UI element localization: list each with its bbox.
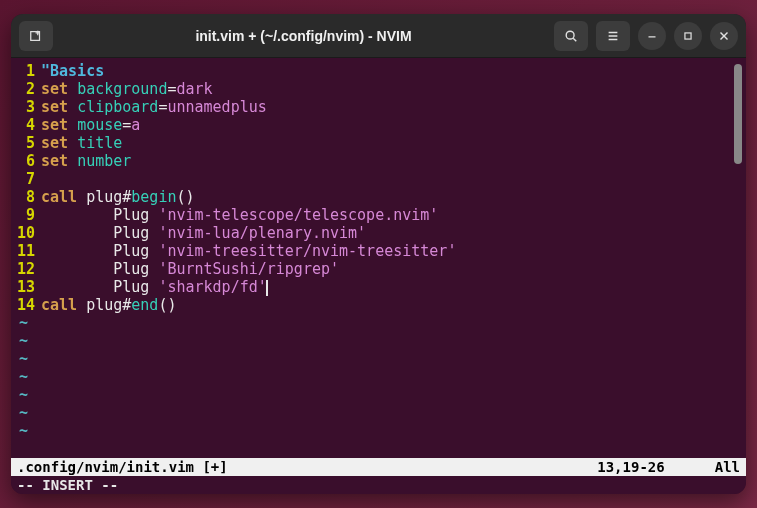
empty-line-tilde: ~ xyxy=(11,404,746,422)
window-title: init.vim + (~/.config/nvim) - NVIM xyxy=(61,28,546,44)
empty-line-tilde: ~ xyxy=(11,422,746,440)
code-content: set background=dark xyxy=(41,80,213,98)
line-number: 10 xyxy=(11,224,41,242)
line-number: 6 xyxy=(11,152,41,170)
menu-button[interactable] xyxy=(596,21,630,51)
code-line[interactable]: 14call plug#end() xyxy=(11,296,746,314)
empty-line-tilde: ~ xyxy=(11,314,746,332)
scrollbar[interactable] xyxy=(734,64,742,164)
terminal-window: init.vim + (~/.config/nvim) - NVIM 1"Bas… xyxy=(11,14,746,494)
code-content: Plug 'nvim-telescope/telescope.nvim' xyxy=(41,206,438,224)
code-content: Plug 'BurntSushi/ripgrep' xyxy=(41,260,339,278)
code-content: set clipboard=unnamedplus xyxy=(41,98,267,116)
code-line[interactable]: 3set clipboard=unnamedplus xyxy=(11,98,746,116)
svg-line-4 xyxy=(573,38,576,41)
code-line[interactable]: 6set number xyxy=(11,152,746,170)
status-file: .config/nvim/init.vim [+] xyxy=(17,459,228,475)
line-number: 5 xyxy=(11,134,41,152)
code-line[interactable]: 2set background=dark xyxy=(11,80,746,98)
minimize-button[interactable] xyxy=(638,22,666,50)
status-position: 13,19-26 xyxy=(597,459,714,475)
mode-indicator: -- INSERT -- xyxy=(17,477,118,493)
empty-line-tilde: ~ xyxy=(11,386,746,404)
code-content: "Basics xyxy=(41,62,104,80)
code-line[interactable]: 9 Plug 'nvim-telescope/telescope.nvim' xyxy=(11,206,746,224)
search-icon xyxy=(564,29,578,43)
line-number: 11 xyxy=(11,242,41,260)
code-content: call plug#begin() xyxy=(41,188,195,206)
hamburger-icon xyxy=(606,29,620,43)
code-content: set number xyxy=(41,152,131,170)
code-content: Plug 'nvim-treesitter/nvim-treesitter' xyxy=(41,242,456,260)
code-line[interactable]: 13 Plug 'sharkdp/fd' xyxy=(11,278,746,296)
search-button[interactable] xyxy=(554,21,588,51)
empty-line-tilde: ~ xyxy=(11,332,746,350)
empty-line-tilde: ~ xyxy=(11,368,746,386)
code-content: set mouse=a xyxy=(41,116,140,134)
line-number: 1 xyxy=(11,62,41,80)
svg-point-3 xyxy=(566,31,574,39)
code-content: Plug 'nvim-lua/plenary.nvim' xyxy=(41,224,366,242)
code-line[interactable]: 4set mouse=a xyxy=(11,116,746,134)
line-number: 13 xyxy=(11,278,41,296)
code-line[interactable]: 11 Plug 'nvim-treesitter/nvim-treesitter… xyxy=(11,242,746,260)
code-line[interactable]: 8call plug#begin() xyxy=(11,188,746,206)
text-cursor xyxy=(266,280,268,296)
code-line[interactable]: 1"Basics xyxy=(11,62,746,80)
code-content: call plug#end() xyxy=(41,296,176,314)
code-content: Plug 'sharkdp/fd' xyxy=(41,278,268,296)
empty-line-tilde: ~ xyxy=(11,350,746,368)
code-line[interactable]: 5set title xyxy=(11,134,746,152)
svg-rect-9 xyxy=(685,32,691,38)
close-icon xyxy=(717,29,731,43)
maximize-button[interactable] xyxy=(674,22,702,50)
minimize-icon xyxy=(645,29,659,43)
line-number: 12 xyxy=(11,260,41,278)
code-line[interactable]: 7 xyxy=(11,170,746,188)
maximize-icon xyxy=(681,29,695,43)
line-number: 7 xyxy=(11,170,41,188)
line-number: 14 xyxy=(11,296,41,314)
line-number: 8 xyxy=(11,188,41,206)
editor-area[interactable]: 1"Basics2set background=dark3set clipboa… xyxy=(11,58,746,458)
line-number: 3 xyxy=(11,98,41,116)
line-number: 2 xyxy=(11,80,41,98)
status-bar: .config/nvim/init.vim [+] 13,19-26 All xyxy=(11,458,746,476)
new-tab-icon xyxy=(29,29,43,43)
close-button[interactable] xyxy=(710,22,738,50)
line-number: 4 xyxy=(11,116,41,134)
code-line[interactable]: 12 Plug 'BurntSushi/ripgrep' xyxy=(11,260,746,278)
status-percent: All xyxy=(715,459,740,475)
new-tab-button[interactable] xyxy=(19,21,53,51)
code-line[interactable]: 10 Plug 'nvim-lua/plenary.nvim' xyxy=(11,224,746,242)
line-number: 9 xyxy=(11,206,41,224)
mode-line: -- INSERT -- xyxy=(11,476,746,494)
titlebar: init.vim + (~/.config/nvim) - NVIM xyxy=(11,14,746,58)
code-content: set title xyxy=(41,134,122,152)
